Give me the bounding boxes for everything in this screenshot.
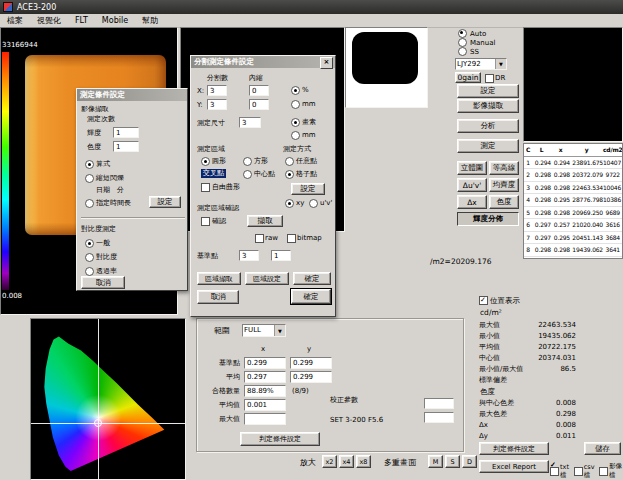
multi-screen-button-M[interactable]: M [428,455,443,468]
mm-radio[interactable] [291,100,300,109]
acquire-mode-radio[interactable] [458,47,467,56]
zoom-button-x8[interactable]: x8 [356,455,371,468]
file-check-影像檔[interactable]: 影像檔 [599,462,623,480]
menu-item-2[interactable]: FLT [68,16,95,25]
free-shape-checkbox[interactable] [201,183,210,192]
table-row[interactable]: 30.2980.29822463.53410046 [524,182,622,195]
table-row[interactable]: 70.2970.29520451.1433684 [524,232,622,245]
table-row[interactable]: 50.2980.29820969.2509689 [524,207,622,220]
measure-dialog-cancel-button[interactable]: 取消 [81,276,125,289]
acquire-mode-ss[interactable]: SS [458,47,495,56]
cie-chromaticity-panel[interactable] [30,318,186,480]
ref-x-field[interactable]: 3 [239,250,259,261]
range-judge-button[interactable]: 判定條件設定 [240,432,320,446]
bitmap-checkbox[interactable] [287,234,296,243]
confirm-ok-button[interactable]: 確定 [291,289,331,304]
file-check-csv檔[interactable]: csv檔 [574,463,596,480]
table-row[interactable]: 60.2970.25721020.0403616 [524,219,622,232]
measurement-table[interactable]: CLxycd/m210.2940.29423891.6751040720.298… [523,143,623,259]
menu-item-0[interactable]: 檔案 [0,15,30,26]
x-inset-field[interactable]: 0 [249,85,269,96]
range-combo[interactable]: FULL ▼ [242,324,286,337]
position-display-checkbox[interactable] [479,296,488,305]
normal-radio[interactable] [85,239,94,248]
zoom-button-x2[interactable]: x2 [322,455,337,468]
square-radio[interactable] [243,157,252,166]
x-div-field[interactable]: 3 [207,85,227,96]
capture-preview-panel[interactable] [345,27,428,108]
uv-radio[interactable] [309,199,318,208]
split-dialog-title[interactable]: 分割測定條件設定 × [191,56,335,68]
area-set-button[interactable]: 區域設定 [245,272,289,285]
menu-item-4[interactable]: 幫助 [135,15,165,26]
size-field[interactable]: 3 [239,117,261,128]
area-grab-button[interactable]: 區域擷取 [197,272,241,285]
dr-checkbox[interactable] [485,74,494,83]
gain-button[interactable]: 0gain [455,72,481,83]
flicker-radio[interactable] [85,174,94,183]
analyze-button[interactable]: 分析 [457,119,519,133]
acquire-mode-radio[interactable] [458,29,467,38]
method-set-button[interactable]: 設定 [291,183,325,195]
ok-button[interactable]: 確定 [293,272,331,285]
raw-checkbox[interactable] [255,234,264,243]
zoom-button-x4[interactable]: x4 [339,455,354,468]
measure-button[interactable]: 測定 [457,139,519,153]
size-mm-radio[interactable] [291,131,300,140]
center-point-radio[interactable] [243,170,252,179]
xy-radio[interactable] [285,199,294,208]
stats-judge-button[interactable]: 判定條件設定 [479,442,549,455]
cross-point-option[interactable]: 交叉點 [201,169,226,178]
chevron-down-icon[interactable]: ▼ [495,59,506,69]
uniformity-button[interactable]: 均齊度 [489,178,519,192]
cancel-button[interactable]: 取消 [197,290,239,304]
percent-radio[interactable] [291,86,300,95]
circle-radio[interactable] [201,157,210,166]
confirm-checkbox[interactable] [201,217,210,226]
grid-point-radio[interactable] [285,170,294,179]
table-row[interactable]: 40.2980.29528776.79810386 [524,194,622,207]
table-row[interactable]: 80.2980.29819439.0623641 [524,244,622,257]
acquire-mode-manual[interactable]: Manual [458,38,495,47]
any-point-radio[interactable] [285,157,294,166]
view3d-button[interactable]: 立體圖 [457,161,487,175]
multi-screen-button-S[interactable]: S [445,455,460,468]
settings-button[interactable]: 設定 [457,84,519,98]
measure-dialog-title[interactable]: 測定條件設定 [77,89,187,101]
excel-report-button[interactable]: Excel Report [479,460,549,473]
y-div-field[interactable]: 3 [207,99,227,110]
formula-radio[interactable] [85,160,94,169]
chroma-button[interactable]: 色度 [489,195,519,209]
lum-count-field[interactable]: 1 [113,127,139,138]
delta-uv-button[interactable]: Δu'v' [457,178,487,192]
acquire-mode-radio[interactable] [458,38,467,47]
file-checkbox[interactable] [599,467,608,476]
multi-screen-button-D[interactable]: D [462,455,477,468]
pixel-radio[interactable] [291,118,300,127]
calibration-field-2[interactable] [424,412,454,423]
chroma-count-field[interactable]: 1 [113,141,139,152]
file-checkbox[interactable] [574,467,583,476]
ref-y-field[interactable]: 0.299 [290,357,332,369]
contrast-radio[interactable] [85,253,94,262]
ref-x-field[interactable]: 0.299 [244,357,286,369]
acquire-mode-auto[interactable]: Auto [458,29,495,38]
calibration-field-1[interactable] [424,398,454,409]
chevron-down-icon[interactable]: ▼ [274,325,285,336]
time-set-button[interactable]: 設定 [149,196,181,208]
measurement-image-panel[interactable] [523,27,623,142]
transmittance-radio[interactable] [85,267,94,276]
fixed-time-radio[interactable] [85,199,94,208]
table-row[interactable]: 10.2940.29423891.67510407 [524,157,622,170]
menu-item-3[interactable]: Mobile [95,16,135,25]
delta-xy-button[interactable]: Δx [457,195,487,209]
luminance-distribution-button[interactable]: 輝度分佈 [457,212,519,226]
table-row[interactable]: 90.3020.29820598.2668700 [524,257,622,260]
avg-x-field[interactable]: 0.297 [244,371,286,383]
contour-button[interactable]: 等高線 [489,161,519,175]
lens-combo[interactable]: LJY292 ▼ [455,58,507,70]
table-row[interactable]: 20.2980.29820372.0799722 [524,169,622,182]
avg-y-field[interactable]: 0.299 [290,371,332,383]
menu-item-1[interactable]: 視覺化 [30,15,68,26]
capture-button[interactable]: 影像擷取 [457,99,519,113]
